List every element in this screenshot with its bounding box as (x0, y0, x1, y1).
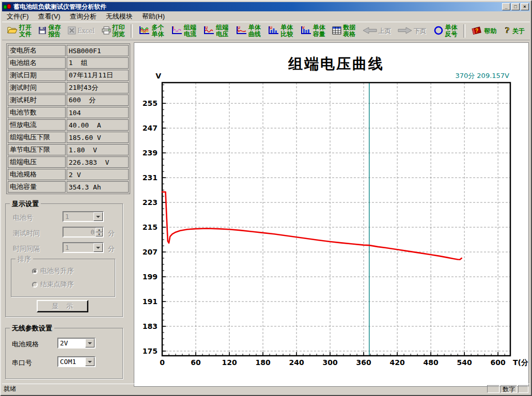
reverse-sign-circle-icon (433, 26, 444, 37)
dropdown-arrow-icon[interactable] (85, 357, 95, 366)
battery-no-dropdown[interactable]: 1 (62, 211, 104, 222)
maximize-button[interactable]: □ (511, 3, 520, 10)
test-time-unit: 分 (108, 229, 115, 238)
toolbar-cell-compare[interactable]: U 单体比较 (267, 23, 294, 39)
sort-ascending-radio[interactable]: 电池号升序 (32, 266, 74, 276)
table-row: 电池容量354.3 Ah (8, 181, 129, 193)
menu-help[interactable]: 帮助(H) (137, 11, 169, 22)
info-label: 电池容量 (8, 181, 66, 193)
show-button[interactable]: 显 示 (37, 300, 88, 312)
svg-text:120: 120 (222, 358, 237, 367)
toolbar-help[interactable]: ? 帮助 (470, 23, 497, 39)
svg-text:600: 600 (491, 358, 506, 367)
svg-text:组端电压曲线: 组端电压曲线 (288, 55, 384, 72)
dropdown-arrow-icon[interactable] (85, 339, 95, 347)
dropdown-arrow-icon[interactable] (93, 212, 103, 221)
toolbar-excel[interactable]: Excel (67, 23, 96, 39)
group-voltage-chart-icon: U (203, 26, 214, 36)
menubar: 文件(F) 查看(V) 查询分析 无线模块 帮助(H) (2, 11, 530, 22)
menu-wireless-module[interactable]: 无线模块 (101, 11, 137, 22)
sort-descending-radio[interactable]: 结束点降序 (32, 280, 74, 289)
info-label: 电池组名 (8, 57, 66, 69)
svg-text:540: 540 (457, 358, 472, 367)
table-row: 电池组名1 组 (8, 57, 129, 69)
toolbar-separator (131, 24, 133, 38)
table-row: 电池规格2 V (8, 169, 129, 180)
svg-text:207: 207 (143, 248, 158, 256)
info-value: 21时43分 (67, 82, 129, 93)
radio-icon (32, 268, 38, 274)
chart-panel: 0601201802403003604204805406001751831911… (134, 42, 529, 387)
interval-unit: 分 (108, 244, 115, 254)
menu-file[interactable]: 文件(F) (2, 11, 34, 22)
about-question-icon: ? (504, 26, 511, 37)
table-row: 测试日期07年11月11日 (8, 70, 129, 81)
svg-text:U: U (205, 26, 208, 29)
toolbar-prev-page[interactable]: 上页 (362, 23, 392, 39)
interval-label: 时间间隔 (13, 244, 40, 254)
toolbar-reverse-sign[interactable]: 单体反号 (432, 23, 459, 39)
data-table-icon (332, 26, 341, 36)
app-icon (3, 3, 11, 10)
svg-text:360: 360 (356, 358, 371, 367)
info-value: 226.383 V (67, 156, 129, 168)
com-port-dropdown[interactable]: COM1 (57, 356, 96, 367)
titlebar: 蓄电池组负载测试仪管理分析软件 _ □ × (2, 2, 530, 11)
info-label: 测试日期 (8, 70, 66, 81)
cell-compare-chart-icon: U (268, 26, 279, 36)
info-label: 组端电压下限 (8, 132, 66, 143)
svg-text:T(分): T(分) (513, 358, 528, 367)
toolbar-group-current[interactable]: I 组端电流 (170, 23, 197, 39)
svg-text:60: 60 (191, 358, 201, 367)
help-book-icon: ? (471, 26, 482, 37)
info-label: 单节电压下限 (8, 144, 66, 155)
menu-view[interactable]: 查看(V) (34, 11, 65, 22)
svg-text:420: 420 (389, 358, 404, 367)
info-value: 354.3 Ah (67, 181, 129, 193)
svg-text:V: V (155, 72, 161, 80)
com-port-label: 串口号 (12, 358, 32, 368)
svg-text:223: 223 (143, 198, 158, 207)
svg-text:U: U (238, 26, 240, 29)
statusbar: 就绪 数字 (2, 384, 530, 394)
radio-icon (32, 282, 38, 288)
toolbar-multi-cell[interactable]: 多个单体 (137, 23, 165, 39)
info-label: 组端电压 (8, 156, 66, 168)
toolbar-next-page[interactable]: 下页 (397, 23, 427, 39)
toolbar-print-preview[interactable]: 打印浏览 (101, 23, 126, 39)
toolbar: 打开文件 保存报告 Excel (2, 22, 530, 40)
svg-text:215: 215 (143, 223, 158, 231)
toolbar-group-voltage[interactable]: U 组端电压 (202, 23, 229, 39)
info-value: 2 V (67, 169, 129, 180)
spin-up-icon[interactable]: ▲ (96, 228, 103, 232)
test-time-label: 测试时间 (13, 229, 40, 238)
close-button[interactable]: × (521, 3, 529, 10)
svg-text:U: U (270, 26, 272, 29)
spin-down-icon[interactable]: ▼ (96, 232, 103, 237)
battery-no-label: 电池号 (13, 213, 33, 223)
battery-spec-dropdown[interactable]: 2V (57, 338, 96, 349)
wireless-settings-title: 无线参数设置 (10, 324, 54, 333)
info-value: HSB000F1 (67, 45, 129, 56)
svg-text:247: 247 (143, 124, 158, 132)
prev-page-arrow-icon (363, 26, 377, 36)
info-label: 测试耗时 (8, 94, 66, 106)
group-voltage-curve-chart: 0601201802403003604204805406001751831911… (134, 43, 528, 386)
svg-text:V: V (302, 26, 305, 29)
info-value: 40.00 A (67, 119, 129, 131)
toolbar-cell-curve[interactable]: U 单体曲线 (234, 23, 262, 39)
menu-query-analysis[interactable]: 查询分析 (65, 11, 101, 22)
toolbar-cell-capacity[interactable]: V 单体容量 (299, 23, 326, 39)
app-window: 蓄电池组负载测试仪管理分析软件 _ □ × 文件(F) 查看(V) 查询分析 无… (0, 0, 532, 396)
toolbar-about[interactable]: ? 关于 (503, 23, 526, 39)
svg-text:191: 191 (143, 297, 158, 306)
table-row: 组端电压下限185.60 V (8, 132, 129, 143)
toolbar-data-table[interactable]: 数据表格 (331, 23, 356, 39)
info-label: 电池节数 (8, 107, 66, 118)
interval-dropdown[interactable]: 1 (62, 242, 104, 253)
dropdown-arrow-icon[interactable] (93, 243, 103, 252)
toolbar-save-report[interactable]: 保存报告 (37, 23, 61, 39)
test-time-spinner[interactable]: 0 ▲ ▼ (62, 227, 104, 237)
toolbar-open-file[interactable]: 打开文件 (6, 23, 33, 39)
minimize-button[interactable]: _ (502, 3, 510, 10)
